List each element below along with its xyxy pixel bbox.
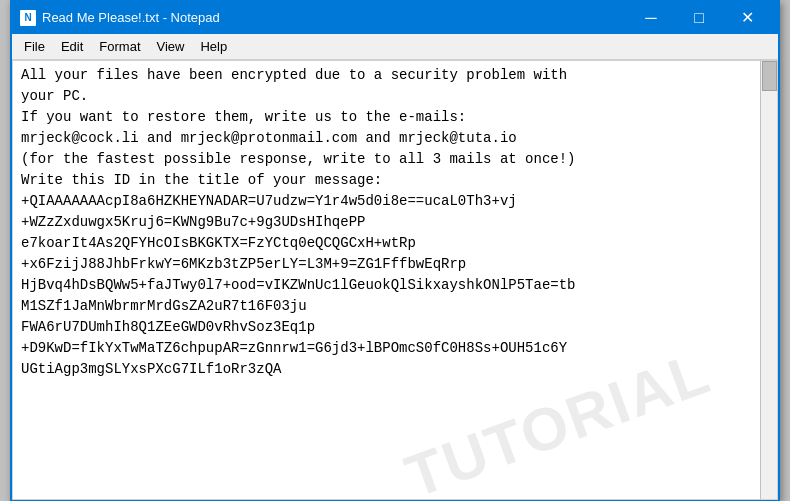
notepad-icon: N: [20, 10, 36, 26]
title-bar-left: N Read Me Please!.txt - Notepad: [20, 10, 220, 26]
notepad-content: All your files have been encrypted due t…: [21, 65, 769, 380]
scrollbar-thumb[interactable]: [762, 61, 777, 91]
menu-help[interactable]: Help: [192, 36, 235, 57]
window-title: Read Me Please!.txt - Notepad: [42, 10, 220, 25]
close-button[interactable]: ✕: [724, 6, 770, 30]
scrollbar[interactable]: [760, 61, 777, 499]
maximize-button[interactable]: □: [676, 6, 722, 30]
content-area[interactable]: All your files have been encrypted due t…: [12, 60, 778, 500]
menu-view[interactable]: View: [149, 36, 193, 57]
title-controls: ─ □ ✕: [628, 6, 770, 30]
menu-format[interactable]: Format: [91, 36, 148, 57]
menu-edit[interactable]: Edit: [53, 36, 91, 57]
minimize-button[interactable]: ─: [628, 6, 674, 30]
menu-file[interactable]: File: [16, 36, 53, 57]
notepad-window: N Read Me Please!.txt - Notepad ─ □ ✕ Fi…: [10, 0, 780, 501]
menu-bar: File Edit Format View Help: [12, 34, 778, 60]
title-bar: N Read Me Please!.txt - Notepad ─ □ ✕: [12, 2, 778, 34]
